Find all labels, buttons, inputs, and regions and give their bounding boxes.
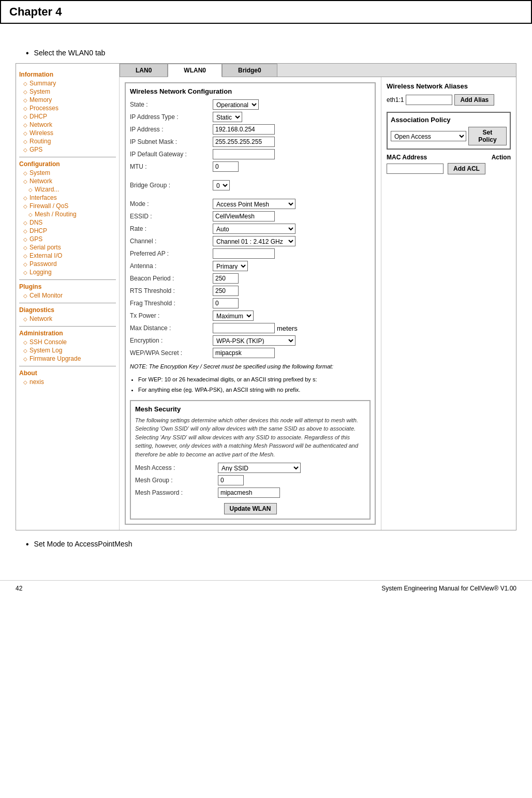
sidebar-item-interfaces[interactable]: ◇ Interfaces (19, 194, 116, 202)
dot-icon: ◇ (23, 261, 27, 267)
mode-select[interactable]: Access Point Mesh (213, 199, 295, 209)
antenna-row: Antenna : Primary (130, 261, 371, 271)
divider (19, 279, 116, 280)
mesh-password-control (218, 487, 365, 498)
rate-select[interactable]: Auto (213, 224, 295, 234)
dot-icon: ◇ (28, 212, 33, 217)
chapter-header: Chapter 4 (0, 0, 532, 24)
sidebar-item-wizard[interactable]: ◇ Wizard... (19, 185, 116, 194)
mesh-password-input[interactable] (218, 487, 280, 498)
sidebar-item-ssh-console[interactable]: ◇ SSH Console (19, 338, 116, 346)
rate-row: Rate : Auto (130, 224, 371, 234)
gateway-row: IP Default Gateway : (130, 149, 371, 159)
rts-input[interactable] (213, 286, 239, 296)
mesh-group-input[interactable] (218, 475, 244, 485)
sidebar-item-firmware-upgrade[interactable]: ◇ Firmware Upgrade (19, 354, 116, 363)
max-distance-input[interactable] (213, 323, 275, 333)
tab-wlan0[interactable]: WLAN0 (168, 64, 222, 77)
sidebar-item-dns[interactable]: ◇ DNS (19, 218, 116, 227)
state-select[interactable]: Operational (213, 99, 259, 110)
subnet-row: IP Subnet Mask : (130, 137, 371, 147)
alias-input[interactable] (406, 95, 452, 105)
beacon-input[interactable] (213, 273, 239, 284)
chapter-title: Chapter 4 (9, 5, 62, 18)
sidebar-item-config-dhcp[interactable]: ◇ DHCP (19, 227, 116, 235)
sidebar-item-diag-network[interactable]: ◇ Network (19, 315, 116, 323)
set-policy-button[interactable]: Set Policy (468, 127, 507, 145)
mesh-access-row: Mesh Access : Any SSID (135, 463, 365, 473)
mode-row: Mode : Access Point Mesh (130, 199, 371, 209)
sidebar-item-network[interactable]: ◇ Network (19, 121, 116, 129)
mtu-input[interactable] (213, 161, 239, 172)
essid-row: ESSID : (130, 211, 371, 221)
tab-bridge0[interactable]: Bridge0 (222, 64, 277, 77)
sidebar-item-serial-ports[interactable]: ◇ Serial ports (19, 243, 116, 252)
mesh-access-select[interactable]: Any SSID (218, 463, 301, 473)
sidebar-item-routing[interactable]: ◇ Routing (19, 137, 116, 145)
sidebar-item-system-log[interactable]: ◇ System Log (19, 346, 116, 354)
sidebar-item-label: Cell Monitor (29, 292, 63, 299)
sidebar-item-label: DNS (29, 219, 42, 226)
association-policy-select[interactable]: Open Access (391, 131, 466, 141)
bridge-group-select[interactable]: 0 (213, 180, 230, 190)
channel-select[interactable]: Channel 01 : 2.412 GHz (213, 236, 295, 246)
gateway-input[interactable] (213, 149, 275, 159)
note-list: For WEP: 10 or 26 hexadecimal digits, or… (138, 375, 371, 395)
sidebar-item-config-gps[interactable]: ◇ GPS (19, 235, 116, 243)
aliases-title: Wireless Network Aliases (387, 82, 511, 90)
ip-type-select[interactable]: Static (213, 112, 242, 122)
bullet-wlan0-tab: Select the WLAN0 tab (26, 49, 516, 58)
tx-power-select[interactable]: Maximum (213, 311, 254, 321)
antenna-select[interactable]: Primary (213, 261, 248, 271)
aliases-row: eth1:1 Add Alias (387, 94, 511, 106)
update-wlan-button[interactable]: Update WLAN (224, 503, 277, 514)
wireless-config-box: Wireless Network Configuration State : O… (125, 82, 376, 525)
sidebar-item-cell-monitor[interactable]: ◇ Cell Monitor (19, 291, 116, 300)
sidebar-item-nexis[interactable]: ◇ nexis (19, 378, 116, 386)
frag-input[interactable] (213, 298, 239, 308)
dot-icon: ◇ (23, 356, 27, 362)
sidebar-item-external-io[interactable]: ◇ External I/O (19, 252, 116, 260)
ip-type-label: IP Address Type : (130, 113, 213, 121)
sidebar-item-wireless[interactable]: ◇ Wireless (19, 129, 116, 137)
sidebar-item-label: System (29, 169, 50, 176)
encryption-label: Encryption : (130, 337, 213, 344)
sidebar-item-mesh-routing[interactable]: ◇ Mesh / Routing (19, 210, 116, 218)
mesh-password-row: Mesh Password : (135, 487, 365, 498)
sidebar-item-label: Mesh / Routing (35, 211, 77, 218)
dot-icon: ◇ (23, 97, 27, 103)
sidebar-item-memory[interactable]: ◇ Memory (19, 96, 116, 104)
preferred-ap-input[interactable] (213, 248, 275, 259)
encryption-select[interactable]: WPA-PSK (TKIP) (213, 335, 295, 346)
sidebar-item-dhcp[interactable]: ◇ DHCP (19, 112, 116, 121)
sidebar-item-label: System Log (29, 347, 62, 354)
ip-address-input[interactable] (213, 124, 275, 135)
mac-address-input[interactable] (387, 164, 444, 174)
add-acl-button[interactable]: Add ACL (448, 163, 485, 174)
sidebar-item-firewall[interactable]: ◇ Firewall / QoS (19, 202, 116, 210)
channel-row: Channel : Channel 01 : 2.412 GHz (130, 236, 371, 246)
sidebar-item-summary[interactable]: ◇ Summary (19, 79, 116, 87)
essid-input[interactable] (213, 211, 275, 221)
state-label: State : (130, 101, 213, 108)
subnet-input[interactable] (213, 137, 275, 147)
wep-wpa-input[interactable] (213, 348, 275, 358)
dot-icon: ◇ (23, 195, 27, 201)
sidebar-item-config-system[interactable]: ◇ System (19, 169, 116, 177)
max-distance-label: Max Distance : (130, 324, 213, 332)
tab-lan0[interactable]: LAN0 (120, 64, 168, 77)
sidebar-item-logging[interactable]: ◇ Logging (19, 268, 116, 276)
beacon-label: Beacon Period : (130, 275, 213, 282)
diagnostics-section-title: Diagnostics (19, 306, 116, 314)
essid-control (213, 211, 371, 221)
add-alias-button[interactable]: Add Alias (454, 94, 494, 106)
bridge-group-row: Bridge Group : 0 (130, 180, 371, 190)
sidebar-item-label: External I/O (29, 252, 62, 259)
dot-icon: ◇ (23, 253, 27, 259)
sidebar-item-gps[interactable]: ◇ GPS (19, 145, 116, 154)
sidebar-item-password[interactable]: ◇ Password (19, 260, 116, 268)
mtu-control (213, 161, 371, 172)
sidebar-item-system[interactable]: ◇ System (19, 87, 116, 96)
sidebar-item-config-network[interactable]: ◇ Network (19, 177, 116, 185)
sidebar-item-processes[interactable]: ◇ Processes (19, 104, 116, 112)
